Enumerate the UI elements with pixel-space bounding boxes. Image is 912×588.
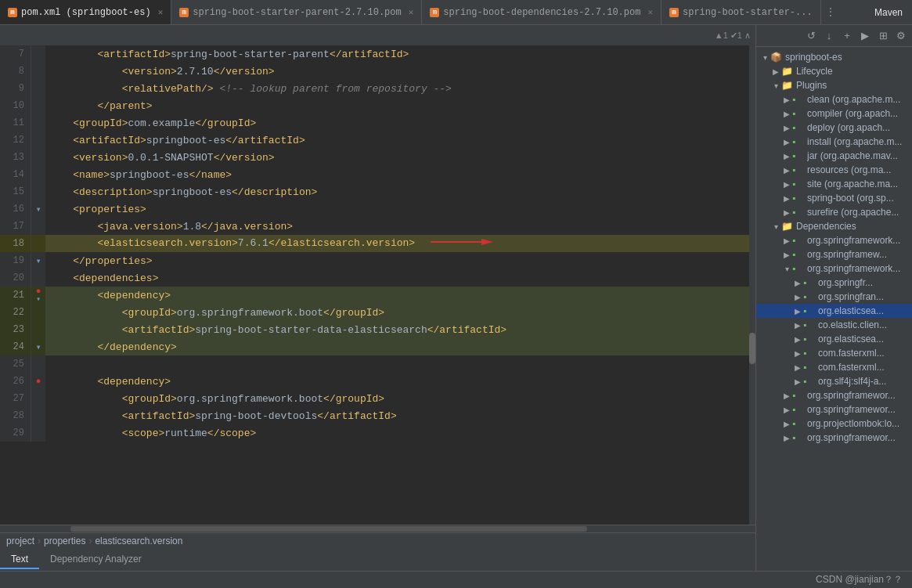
tab-close-3[interactable]: ✕ xyxy=(647,7,653,17)
maven-plugin-resources[interactable]: ▶ ▪ resources (org.ma... xyxy=(756,163,912,177)
subdep-2-label: org.springfran... xyxy=(818,291,884,302)
maven-deps-section[interactable]: ▾ 📁 Dependencies xyxy=(756,219,912,233)
lifecycle-folder-icon: 📁 xyxy=(781,66,794,77)
svg-marker-1 xyxy=(481,239,493,245)
maven-subdep-5[interactable]: ▶ ▪ org.elasticsea... xyxy=(756,332,912,346)
lifecycle-label: Lifecycle xyxy=(796,66,833,77)
line-number: 14 xyxy=(0,166,31,183)
maven-refresh-btn[interactable]: ↺ xyxy=(803,28,819,44)
maven-subdep-6[interactable]: ▶ ▪ com.fasterxml... xyxy=(756,346,912,360)
line-gutter xyxy=(31,183,45,200)
breadcrumb-sep-1: › xyxy=(38,536,41,547)
subdep-icon-8: ▪ xyxy=(803,376,816,387)
tree-arrow-lifecycle: ▶ xyxy=(770,67,781,76)
line-content: <artifactId>spring-boot-starter-parent</… xyxy=(45,45,755,63)
maven-subdep-2[interactable]: ▶ ▪ org.springfran... xyxy=(756,290,912,304)
subdep-5-label: org.elasticsea... xyxy=(818,334,884,345)
h-scroll-thumb[interactable] xyxy=(70,526,587,532)
bottom-tab-text[interactable]: Text xyxy=(0,550,39,569)
maven-subdep-1[interactable]: ▶ ▪ org.springfr... xyxy=(756,276,912,290)
maven-dep-3-parent[interactable]: ▾ ▪ org.springframework... xyxy=(756,262,912,276)
tab-close-1[interactable]: ✕ xyxy=(158,7,164,17)
table-row: 8 <version>2.7.10</version> xyxy=(0,63,755,80)
line-gutter xyxy=(31,424,45,442)
maven-plugin-install[interactable]: ▶ ▪ install (org.apache.m... xyxy=(756,135,912,149)
maven-dep-4[interactable]: ▶ ▪ org.springframewor... xyxy=(756,388,912,402)
maven-subdep-8[interactable]: ▶ ▪ org.slf4j:slf4j-a... xyxy=(756,374,912,388)
status-text: CSDN @jianjian？？ xyxy=(816,573,903,586)
plugin-dep-icon-7: ▪ xyxy=(792,179,805,189)
tab-icon-m3: m xyxy=(430,8,439,17)
table-row: 14 <name>springboot-es</name> xyxy=(0,166,755,183)
dep-icon-2: ▪ xyxy=(792,249,805,260)
maven-subdep-4[interactable]: ▶ ▪ co.elastic.clien... xyxy=(756,318,912,332)
line-number: 12 xyxy=(0,132,31,149)
maven-plugin-clean[interactable]: ▶ ▪ clean (org.apache.m... xyxy=(756,92,912,106)
maven-dep-5[interactable]: ▶ ▪ org.springframewor... xyxy=(756,402,912,417)
maven-dep-7[interactable]: ▶ ▪ org.springframewor... xyxy=(756,431,912,445)
line-content: <dependency> xyxy=(45,373,755,390)
breadcrumb-elasticsearch[interactable]: elasticsearch.version xyxy=(95,536,182,547)
maven-run-btn[interactable]: ▶ xyxy=(857,28,873,44)
error-icon-2: ● xyxy=(36,377,41,386)
maven-plugin-spring-boot[interactable]: ▶ ▪ spring-boot (org.sp... xyxy=(756,191,912,205)
maven-dep-2[interactable]: ▶ ▪ org.springframew... xyxy=(756,247,912,262)
vertical-scrollbar[interactable] xyxy=(749,45,755,525)
maven-download-btn[interactable]: ↓ xyxy=(821,28,837,44)
scroll-thumb[interactable] xyxy=(749,333,755,364)
maven-subdep-3-active[interactable]: ▶ ▪ org.elasticsea... xyxy=(756,304,912,318)
dep-2-label: org.springframew... xyxy=(807,249,887,260)
maven-dep-1[interactable]: ▶ ▪ org.springframework... xyxy=(756,233,912,247)
tab-dependencies[interactable]: m spring-boot-dependencies-2.7.10.pom ✕ xyxy=(422,0,661,24)
bottom-panel: project › properties › elasticsearch.ver… xyxy=(0,532,755,571)
maven-plugin-jar[interactable]: ▶ ▪ jar (org.apache.mav... xyxy=(756,149,912,163)
tree-arrow-d3: ▾ xyxy=(781,265,792,273)
dep-icon-1: ▪ xyxy=(792,235,805,246)
tree-arrow-sd5: ▶ xyxy=(792,335,803,344)
tab-overflow-btn[interactable]: ⋮ xyxy=(821,6,840,18)
bottom-tab-analyzer[interactable]: Dependency Analyzer xyxy=(39,550,153,569)
maven-plugin-site[interactable]: ▶ ▪ site (org.apache.ma... xyxy=(756,177,912,191)
maven-expand-btn[interactable]: ⊞ xyxy=(875,28,891,44)
maven-lifecycle-item[interactable]: ▶ 📁 Lifecycle xyxy=(756,64,912,78)
maven-subdep-7[interactable]: ▶ ▪ com.fasterxml... xyxy=(756,360,912,374)
plugin-dep-icon-5: ▪ xyxy=(792,150,805,161)
code-area[interactable]: 7 <artifactId>spring-boot-starter-parent… xyxy=(0,45,755,525)
maven-plugin-deploy[interactable]: ▶ ▪ deploy (org.apach... xyxy=(756,121,912,135)
maven-plugins-item[interactable]: ▾ 📁 Plugins xyxy=(756,78,912,92)
tab-starter-parent[interactable]: m spring-boot-starter-parent-2.7.10.pom … xyxy=(171,0,422,24)
line-gutter: ▾ xyxy=(31,252,45,269)
maven-settings-btn[interactable]: ⚙ xyxy=(893,28,909,44)
status-bar: CSDN @jianjian？？ xyxy=(0,571,912,588)
maven-plugin-surefire[interactable]: ▶ ▪ surefire (org.apache... xyxy=(756,205,912,219)
maven-plugin-compiler[interactable]: ▶ ▪ compiler (org.apach... xyxy=(756,106,912,121)
table-row: 21 ● ▾ <dependency> xyxy=(0,287,755,304)
tab-close-2[interactable]: ✕ xyxy=(409,7,414,17)
tree-arrow-deps: ▾ xyxy=(770,222,781,231)
subdep-icon-2: ▪ xyxy=(803,291,816,302)
subdep-6-label: com.fasterxml... xyxy=(818,348,885,359)
breadcrumb-properties[interactable]: properties xyxy=(44,536,85,547)
plugin-site-label: site (org.apache.ma... xyxy=(807,179,898,189)
tab-starter[interactable]: m spring-boot-starter-... xyxy=(661,0,821,24)
line-gutter xyxy=(31,114,45,132)
plugin-install-label: install (org.apache.m... xyxy=(807,136,902,147)
line-gutter xyxy=(31,166,45,183)
maven-tree-root[interactable]: ▾ 📦 springboot-es xyxy=(756,50,912,64)
table-row: 16 ▾ <properties> xyxy=(0,200,755,218)
maven-add-btn[interactable]: + xyxy=(839,28,855,44)
table-row: 29 <scope>runtime</scope> xyxy=(0,424,755,442)
maven-tree[interactable]: ▾ 📦 springboot-es ▶ 📁 Lifecycle ▾ 📁 Plug… xyxy=(756,47,912,571)
plugin-compiler-label: compiler (org.apach... xyxy=(807,108,898,119)
breadcrumb-project[interactable]: project xyxy=(6,536,34,547)
subdep-icon-7: ▪ xyxy=(803,362,816,373)
line-content: <java.version>1.8</java.version> xyxy=(45,218,755,235)
table-row: 17 <java.version>1.8</java.version> xyxy=(0,218,755,235)
line-content xyxy=(45,355,755,373)
horizontal-scrollbar[interactable] xyxy=(0,525,755,532)
tree-arrow-p4: ▶ xyxy=(781,138,792,146)
deps-folder-icon: 📁 xyxy=(781,221,794,232)
maven-dep-6[interactable]: ▶ ▪ org.projectlombok:lo... xyxy=(756,417,912,431)
tree-arrow-p5: ▶ xyxy=(781,152,792,161)
tab-pom-active[interactable]: m pom.xml (springboot-es) ✕ xyxy=(0,0,171,24)
